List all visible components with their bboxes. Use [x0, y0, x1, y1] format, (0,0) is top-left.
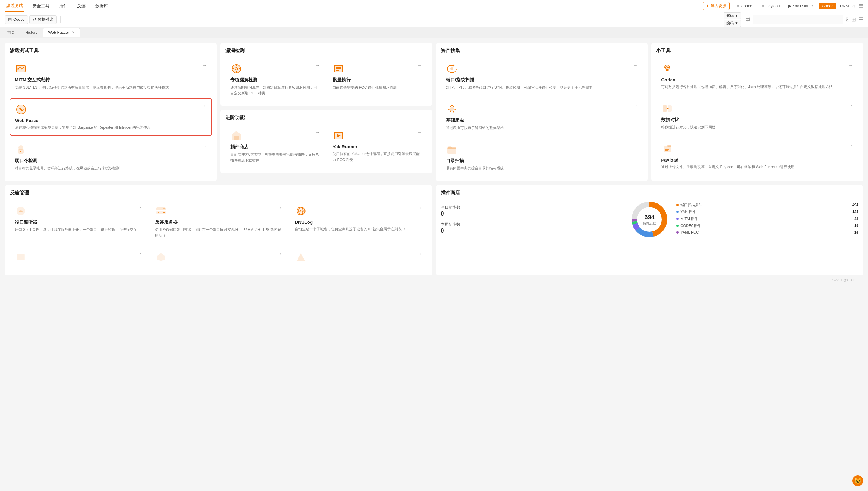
import-label: 导入资源	[711, 3, 726, 9]
legend-name-yak: YAK 插件	[681, 209, 852, 214]
svg-rect-38	[663, 106, 667, 111]
tool-port-listener[interactable]: → 端口监听器 反弹 Shell 接收工具，可以在服务器上开启一个端口，进行监听…	[10, 200, 147, 243]
swap-icon[interactable]: ⇄	[746, 16, 750, 23]
plugin-store-arrow: →	[315, 129, 320, 135]
tool-crawler[interactable]: → 基础爬虫 通过爬虫可快速了解网站的整体架构	[441, 98, 643, 136]
webfuzzer-icon	[15, 104, 27, 115]
codec-card-name: Codec	[661, 77, 853, 82]
svg-line-29	[450, 105, 452, 107]
weakpwd-desc: 对目标的登录账号、密码等进行爆破，在爆破前会进行未授权检测	[15, 166, 207, 171]
tool-web-fuzzer[interactable]: → Web Fuzzer 通过核心模糊测试标签语法，实现了对 Burpsuite…	[10, 98, 212, 136]
nav-reverse[interactable]: 反连	[76, 0, 87, 12]
tool-data-compare[interactable]: → 数据对比 将数据进行对比，快速识别不同处	[656, 97, 858, 135]
tab-history[interactable]: History	[21, 28, 42, 36]
encode-btn[interactable]: 编码 ▼	[724, 20, 741, 27]
dir-scan-desc: 带有内置字典的综合目录扫描与爆破	[446, 166, 638, 171]
mitm-desc: 安装 SSL/TLS 证书，劫持浏览器所有流量请求、响应数据包，提供手动劫持与被…	[15, 85, 207, 90]
menu-expand-icon[interactable]: ☰	[858, 3, 863, 9]
list-icon[interactable]: ☰	[858, 16, 863, 23]
mitm-arrow: →	[202, 63, 207, 68]
tool-weak-pwd[interactable]: → 弱口令检测 对目标的登录账号、密码等进行爆破，在爆破前会进行未授权检测	[10, 138, 212, 176]
reverse-conn-extra-grid: → → →	[10, 246, 428, 271]
extra-3-icon	[295, 251, 307, 263]
tool-vuln-special[interactable]: → 专项漏洞检测 通过预制漏洞源码，对特定目标进行专项漏洞检测，可自定义新增 P…	[225, 58, 325, 101]
tool-batch-exec[interactable]: → 批量执行 自由选择需要的 POC 进行批量漏洞检测	[327, 58, 427, 101]
tool-extra-1[interactable]: →	[10, 246, 147, 271]
tool-webfuzzer-header: →	[15, 104, 206, 115]
tab-web-fuzzer-label: Web Fuzzer	[48, 30, 69, 35]
codec-card-arrow: →	[848, 63, 853, 68]
tool-codec[interactable]: → Codec 可对数据进行各种处理（包括加密、解密、反序列化、Json 处理等…	[656, 58, 858, 95]
decode-dropdown-icon: ▼	[735, 13, 739, 18]
asset-tools-list: → 端口/指纹扫描 对 IP、IP段、域名等端口进行 SYN、指纹检测，可编写插…	[441, 58, 643, 177]
nav-items: 渗透测试 安全工具 插件 反连 数据库	[5, 0, 109, 12]
tab-home-label: 首页	[7, 30, 15, 35]
asset-title: 资产搜集	[441, 48, 643, 54]
nav-database[interactable]: 数据库	[94, 0, 109, 12]
extra-3-arrow: →	[417, 251, 423, 257]
tool-reverse-server[interactable]: → 反连服务器 使用协议端口复用技术，同时在一个端口同时实现 HTTP / RM…	[150, 200, 288, 243]
tool-yak-runner[interactable]: → Yak Runner 使用特有的 Yaklang 进行编程，直接调用引擎最底…	[327, 124, 427, 168]
tab-history-label: History	[25, 30, 37, 35]
input-area[interactable]	[753, 15, 843, 24]
week-new-value: 0	[441, 227, 623, 234]
crawler-header: →	[446, 103, 638, 115]
nav-security-tools[interactable]: 安全工具	[31, 0, 51, 12]
dnslog-btn[interactable]: DNSLog	[840, 4, 855, 8]
svg-point-9	[20, 151, 21, 152]
tool-extra-2[interactable]: →	[150, 246, 288, 271]
codec-toolbar-btn[interactable]: ⊞ Codec	[5, 16, 28, 24]
tool-dir-scan[interactable]: → 目录扫描 带有内置字典的综合目录扫描与爆破	[441, 138, 643, 176]
yak-runner-nav-icon: ▶	[788, 4, 791, 8]
expand-icon[interactable]: ⊞	[851, 16, 856, 23]
tool-dnslog[interactable]: .com → DNSLog 自动生成一个子域名，任何查询到这子域名的 IP 被集…	[290, 200, 428, 243]
tool-port-scan[interactable]: → 端口/指纹扫描 对 IP、IP段、域名等端口进行 SYN、指纹检测，可编写插…	[441, 58, 643, 95]
decode-btn[interactable]: 解码 ▼	[724, 12, 741, 19]
import-icon: ⬆	[706, 4, 710, 8]
codec-nav-btn[interactable]: 🖥 Codec	[733, 2, 755, 9]
yak-runner-header: →	[332, 129, 422, 142]
copy-icon[interactable]: ⎘	[846, 16, 849, 23]
port-listener-desc: 反弹 Shell 接收工具，可以在服务器上开启一个端口，进行监听，并进行交互	[15, 227, 142, 233]
data-compare-btn[interactable]: ⇄ 数据对比	[29, 16, 57, 24]
codec-card-icon	[661, 63, 673, 75]
today-new-value: 0	[441, 210, 623, 217]
dir-scan-icon	[446, 143, 458, 155]
codec-card-header: →	[661, 63, 853, 75]
toolbar-divider	[60, 16, 61, 23]
tool-extra-3[interactable]: →	[290, 246, 428, 271]
legend-count-port-scan: 494	[852, 203, 858, 207]
pentest-title: 渗透测试工具	[10, 48, 212, 54]
data-compare-card-icon	[661, 103, 673, 115]
tab-web-fuzzer[interactable]: Web Fuzzer ✕	[43, 28, 80, 37]
svg-point-27	[451, 67, 453, 70]
weakpwd-arrow: →	[202, 143, 207, 149]
tool-payload[interactable]: → Payload 通过上传文件、手动删改等，自定义 Payload，可在爆破和…	[656, 138, 858, 175]
vuln-section: 漏洞检测 → 专项漏洞检测 通过预制漏洞源码，对特定目标进行专项漏洞检测，可自定…	[221, 43, 432, 106]
nav-plugins[interactable]: 插件	[58, 0, 69, 12]
payload-card-arrow: →	[848, 143, 853, 148]
svg-point-54	[164, 212, 165, 213]
tool-plugin-store[interactable]: → 插件商店 目前插件为6大类型，可根据需要灵活编写插件，支持从插件商店下载插件	[225, 124, 325, 168]
advanced-grid: → 插件商店 目前插件为6大类型，可根据需要灵活编写插件，支持从插件商店下载插件…	[225, 124, 428, 168]
extra-2-icon	[155, 251, 167, 263]
port-listener-icon	[15, 205, 27, 217]
payload-nav-btn[interactable]: 🖥 Payload	[758, 2, 782, 9]
dnslog-card-name: DNSLog	[295, 220, 423, 225]
total-label: 插件总数	[643, 221, 656, 225]
plugin-stats-container: 今日新增数 0 本周新增数 0	[441, 200, 859, 239]
tab-home[interactable]: 首页	[2, 28, 20, 37]
small-tools-section: 小工具 → Codec 可对数据进行各种处理（包括加密、解密、反序列化、Json…	[651, 43, 863, 181]
svg-rect-22	[234, 136, 238, 140]
vuln-special-icon	[230, 63, 242, 75]
nav-pentest[interactable]: 渗透测试	[5, 0, 24, 12]
batch-exec-arrow: →	[417, 63, 423, 68]
codec-active-btn[interactable]: Codec	[819, 3, 836, 9]
payload-nav-label: Payload	[766, 4, 780, 8]
tab-close-icon[interactable]: ✕	[72, 30, 75, 34]
extra-1-header: →	[15, 251, 142, 263]
asset-section: 资产搜集 → 端口/指纹扫描 对 IP、IP段、域名等端口进行 SYN、指纹检测…	[436, 43, 648, 181]
tool-mitm[interactable]: → MITM 交互式劫持 安装 SSL/TLS 证书，劫持浏览器所有流量请求、响…	[10, 58, 212, 95]
import-resource-btn[interactable]: ⬆ 导入资源	[703, 2, 730, 10]
yak-runner-nav-btn[interactable]: ▶ Yak Runner	[786, 2, 815, 9]
